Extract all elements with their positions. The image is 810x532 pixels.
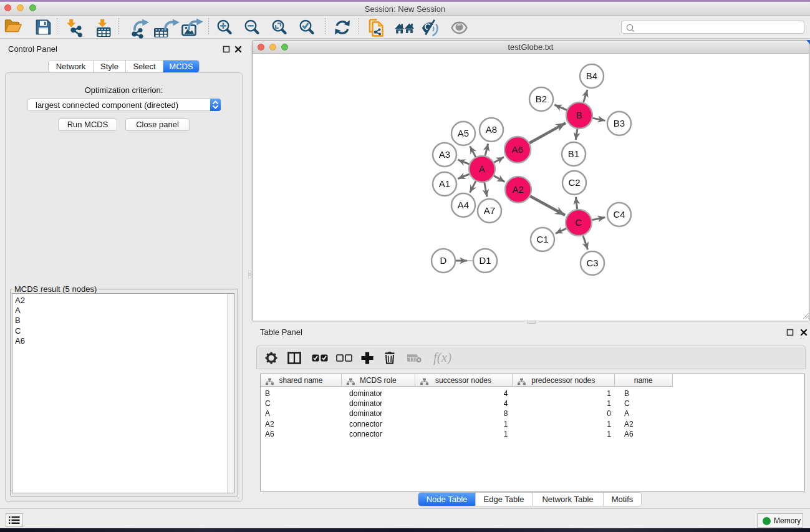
svg-text:A6: A6	[512, 144, 523, 155]
svg-text:B4: B4	[586, 70, 597, 81]
svg-text:C2: C2	[568, 177, 580, 188]
svg-text:D: D	[440, 255, 447, 266]
svg-text:B2: B2	[536, 94, 547, 104]
svg-text:A1: A1	[439, 178, 450, 189]
svg-text:A: A	[479, 163, 485, 174]
svg-text:C4: C4	[613, 209, 625, 220]
svg-text:C: C	[576, 217, 582, 228]
svg-text:A3: A3	[439, 149, 450, 160]
svg-text:A4: A4	[458, 200, 469, 210]
svg-text:A2: A2	[513, 184, 524, 195]
svg-text:A8: A8	[486, 124, 497, 135]
svg-text:A5: A5	[458, 128, 469, 138]
svg-text:A7: A7	[484, 205, 495, 216]
svg-text:C3: C3	[586, 258, 598, 268]
svg-text:B3: B3	[614, 118, 625, 128]
svg-text:C1: C1	[536, 234, 548, 244]
svg-text:B: B	[576, 110, 582, 120]
svg-text:B1: B1	[568, 148, 579, 159]
svg-text:D1: D1	[479, 255, 491, 266]
